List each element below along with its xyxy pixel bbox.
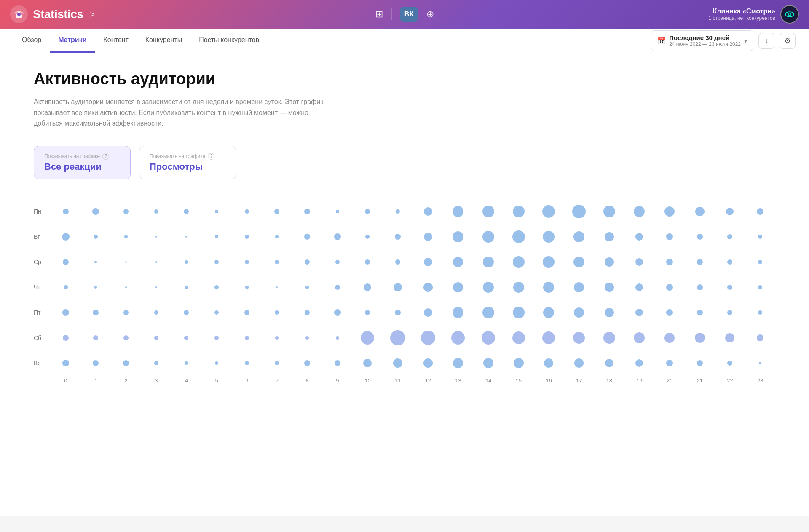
x-axis-label: 5 (201, 377, 232, 384)
tab-content[interactable]: Контент (95, 29, 137, 53)
vk-button[interactable]: ВК (400, 7, 418, 22)
bubble (605, 359, 613, 367)
page-title: Активность аудитории (34, 70, 775, 88)
tab-metrics[interactable]: Метрики (50, 29, 95, 53)
bubble (451, 331, 465, 345)
nav-right: 📅 Последние 30 дней 24 июня 2022 — 23 ию… (651, 30, 796, 51)
bubble (726, 208, 734, 215)
bubble (184, 336, 188, 340)
bubble-cell (715, 352, 745, 374)
bubble (574, 307, 584, 318)
bubble-cell (201, 302, 232, 323)
bubble-cell (473, 352, 504, 374)
chart-grid: ПнВтСрЧтПтСбВс (34, 201, 775, 374)
bubble-cell (534, 251, 564, 273)
avatar[interactable] (780, 5, 799, 24)
bubble (215, 235, 218, 238)
bubble (512, 230, 525, 243)
bubble-cell (564, 327, 594, 349)
bubble-cell (141, 251, 171, 273)
bubble (453, 231, 463, 242)
x-axis-label: 18 (594, 377, 624, 384)
tab-competitor-posts[interactable]: Посты конкурентов (190, 29, 268, 53)
nav-tabs: Обзор Метрики Контент Конкуренты Посты к… (13, 29, 651, 53)
bubble-cell (322, 276, 353, 298)
x-axis-label: 2 (111, 377, 141, 384)
bubble-cell (534, 276, 564, 298)
bubble-cell (715, 276, 745, 298)
bubble (155, 261, 157, 263)
x-axis-label: 1 (81, 377, 111, 384)
bubble-cell (413, 201, 443, 222)
bubble-cell (383, 201, 413, 222)
bubble (543, 231, 555, 243)
filter-card-views[interactable]: Показывать на графике ? Просмотры (139, 146, 236, 179)
tab-overview[interactable]: Обзор (13, 29, 50, 53)
filter-card-reactions[interactable]: Показывать на графике ? Все реакции (34, 146, 131, 179)
bubble-cell (51, 226, 81, 248)
bubble-cell (745, 352, 775, 374)
bubble-cell (443, 226, 474, 248)
bubble (335, 285, 340, 290)
bubble-cell (685, 352, 715, 374)
bubble (215, 210, 218, 213)
grid-icon[interactable]: ⊞ (375, 9, 383, 20)
bubble (245, 260, 249, 264)
date-range-selector[interactable]: 📅 Последние 30 дней 24 июня 2022 — 23 ию… (651, 30, 753, 51)
bubble-cell (413, 327, 443, 349)
bubble-cell (262, 352, 292, 374)
bubble (543, 307, 554, 318)
bubble (574, 358, 584, 368)
bubble-cell (504, 251, 534, 273)
bubble-cell (262, 201, 292, 222)
bubble (215, 361, 218, 365)
bubble (697, 284, 703, 290)
tab-competitors[interactable]: Конкуренты (137, 29, 191, 53)
download-button[interactable]: ↓ (758, 33, 774, 49)
bubble-cell (654, 276, 685, 298)
main-content: Активность аудитории Активность аудитори… (0, 53, 809, 516)
settings-button[interactable]: ⚙ (780, 33, 796, 49)
x-axis-label: 4 (171, 377, 202, 384)
x-axis-label: 12 (413, 377, 443, 384)
bubble (62, 233, 70, 241)
bubble-cell (715, 201, 745, 222)
bubble (62, 309, 69, 316)
bubble (124, 235, 128, 238)
bubble (635, 233, 643, 241)
bubble-cell (81, 226, 111, 248)
bubble-cell (322, 352, 353, 374)
bubble-cell (504, 276, 534, 298)
bubble-cell (504, 302, 534, 323)
bubble-cell (594, 302, 624, 323)
bubble-cell (383, 352, 413, 374)
bubble (154, 209, 158, 214)
bubble (543, 256, 555, 268)
bubble-cell (443, 352, 474, 374)
bubble-cell (292, 276, 322, 298)
bubble-cell (383, 327, 413, 349)
x-axis-label: 14 (473, 377, 504, 384)
bubble (336, 210, 339, 213)
bubble-cell (353, 201, 383, 222)
bubble-cell (292, 251, 322, 273)
bubble-cell (624, 276, 655, 298)
bubble-cell (745, 276, 775, 298)
bubble-cell (232, 226, 262, 248)
add-network-icon[interactable]: ⊕ (426, 9, 434, 20)
bubble-cell (443, 251, 474, 273)
bubble (482, 206, 494, 217)
bubble-cell (171, 327, 202, 349)
bubble-cell (443, 302, 474, 323)
bubble-cell (594, 226, 624, 248)
bubble-cell (473, 276, 504, 298)
bubble (424, 207, 432, 216)
brand-info: Клиника «Смотри» 1 страница, нет конкуре… (709, 8, 775, 21)
bubble-cell (745, 201, 775, 222)
date-range: 24 июня 2022 — 23 июля 2022 (669, 41, 741, 47)
bubble-cell (141, 201, 171, 222)
bubble (603, 206, 615, 217)
filter-value-views: Просмотры (150, 161, 225, 172)
bubble (635, 359, 643, 367)
bubble (542, 331, 555, 344)
